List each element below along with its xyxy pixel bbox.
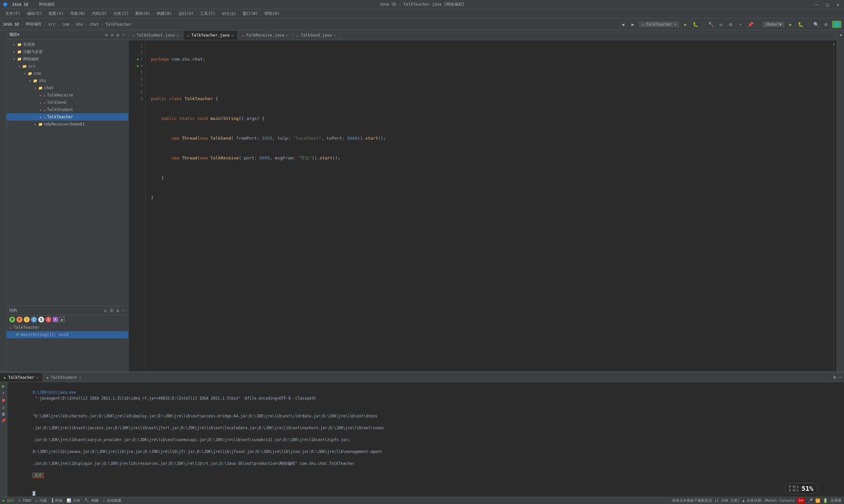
tab-close-talkteacher[interactable]: ✕ — [231, 33, 234, 38]
run-config-selector[interactable]: ☕ TalkTeacher ▾ — [639, 21, 679, 28]
icon-green[interactable]: P — [9, 317, 15, 323]
more-button2[interactable]: ⚡ — [737, 21, 744, 28]
tree-item-udpreceiver[interactable]: ▸ 📁 UdpReceiverDemo01 — [6, 121, 128, 128]
tree-item-shu[interactable]: ▾ 📁 shu — [6, 77, 128, 84]
run-tab-close-teacher[interactable]: ✕ — [36, 376, 38, 380]
analysis-status[interactable]: 📊 分析 — [67, 498, 81, 503]
icon-outline[interactable]: ▦ — [59, 317, 65, 322]
struct-method-item[interactable]: M main(String[]): void — [6, 331, 128, 338]
menu-file[interactable]: 文件(F) — [3, 10, 23, 17]
menu-navigate[interactable]: 导航(N) — [68, 10, 88, 17]
run-panel-settings[interactable]: ⚙ — [833, 375, 836, 380]
tree-item-talkreceive[interactable]: ▸ ☕ TalkReceive — [6, 92, 128, 99]
tree-item-annotation[interactable]: ▸ 📁 注解与反射 — [6, 48, 128, 55]
folder-icon-com: 📁 — [28, 71, 32, 76]
icon-orange[interactable]: F — [16, 317, 22, 323]
problems-status[interactable]: ⚠ 问题 — [35, 498, 47, 503]
menu-vcs[interactable]: VCS(S) — [219, 11, 239, 17]
menu-code[interactable]: 代码(O) — [89, 10, 110, 17]
tab-talkstudent[interactable]: ☕ TalkStudent.java ✕ — [128, 31, 183, 40]
terminal-status[interactable]: ▐ 终端 — [51, 498, 62, 503]
struct-minus-icon[interactable]: ─ — [121, 308, 126, 313]
more-button3[interactable]: 📌 — [747, 21, 754, 28]
update-button[interactable]: ↺ — [717, 21, 724, 28]
menu-tools[interactable]: 工具(T) — [197, 10, 218, 17]
tab-talksend[interactable]: ☕ TalkSend.java ✕ — [293, 31, 340, 40]
jrebel-config[interactable]: JRebel▼ — [762, 21, 784, 28]
console-run-icon[interactable]: ▶ — [2, 383, 5, 389]
icon-blue[interactable]: C — [31, 317, 37, 323]
tree-item-network[interactable]: ▾ 📁 网络编程 — [6, 55, 128, 62]
maximize-button[interactable]: □ — [824, 1, 830, 8]
run-tab-talkstudent[interactable]: ▶ TalkStudent ✕ — [43, 373, 86, 382]
tree-item-changyonglei[interactable]: ▸ 📁 常用类 — [6, 41, 128, 48]
run-status[interactable]: ▶ 运行 — [3, 498, 14, 503]
close-button[interactable]: ✕ — [835, 1, 841, 8]
tab-talkreceive[interactable]: ☕ TalkReceive.java ✕ — [238, 31, 293, 40]
console-pin-icon[interactable]: 📌 — [1, 418, 6, 423]
sidebar-label-project[interactable]: 项目 — [0, 30, 6, 36]
icon-yellow[interactable]: ! — [24, 317, 30, 323]
jrebel-debug[interactable]: 🐛 — [797, 21, 804, 28]
project-settings-icon[interactable]: ⚙ — [116, 32, 120, 38]
tree-item-talkteacher[interactable]: ▸ ☕ TalkTeacher — [6, 113, 128, 121]
run-tab-close-student[interactable]: ✕ — [79, 376, 82, 380]
tree-item-chat[interactable]: ▾ 📁 chat — [6, 84, 128, 92]
console-clear-icon[interactable]: 🗑 — [2, 412, 5, 416]
tree-item-com[interactable]: ▾ 📁 com — [6, 70, 128, 77]
menu-analyze[interactable]: 分析(Z) — [111, 10, 131, 17]
run-button[interactable]: ▶ — [682, 21, 689, 28]
task-status[interactable]: ▲ 任务日期 — [742, 498, 761, 503]
tree-item-src[interactable]: ▾ 📂 src — [6, 62, 128, 70]
menu-window[interactable]: 窗口(W) — [240, 10, 260, 17]
settings-button[interactable]: ⚙ — [822, 21, 829, 28]
jrebel-run[interactable]: ▶ — [787, 21, 794, 28]
back-button[interactable]: ◀ — [619, 21, 626, 28]
jrebel-console-status[interactable]: JRebel Console — [764, 499, 795, 503]
project-gear-icon[interactable]: ⚙ — [104, 32, 108, 38]
icon-purple[interactable]: A — [53, 317, 58, 322]
mic-icon[interactable]: 🎤 — [808, 499, 813, 503]
editor-scrollbar[interactable]: ✓ — [833, 40, 837, 372]
todo-status[interactable]: ☑ TODO — [18, 499, 31, 503]
menu-build[interactable]: 构建(B) — [154, 10, 175, 17]
project-sort-icon[interactable]: ≡ — [110, 32, 114, 38]
search-button[interactable]: 🔍 — [812, 21, 820, 28]
menu-view[interactable]: 视图(V) — [46, 10, 66, 17]
icon-gray[interactable]: S — [38, 317, 44, 323]
code-line-8: } — [151, 194, 828, 201]
console-rerun-icon[interactable]: ↺ — [2, 404, 5, 410]
right-icon-1[interactable]: ◀ — [838, 32, 844, 38]
clock: 全屏播 — [830, 498, 841, 503]
menu-help[interactable]: 帮助(H) — [262, 10, 282, 17]
minimize-button[interactable]: ─ — [813, 1, 820, 8]
auto-build-status[interactable]: ⚠ 自动构建 — [103, 498, 121, 503]
tab-talkteacher[interactable]: ☕ TalkTeacher.java ✕ — [183, 31, 238, 40]
menu-refactor[interactable]: 重构(R) — [133, 10, 153, 17]
struct-gear-icon[interactable]: ⚙ — [116, 308, 120, 313]
struct-root-item[interactable]: ☕ TalkTeacher — [6, 324, 128, 331]
run-panel-minimize[interactable]: ─ — [839, 375, 841, 380]
forward-button[interactable]: ▶ — [629, 21, 636, 28]
code-content[interactable]: package com.shu.chat; public class TalkT… — [146, 40, 833, 372]
debug-button[interactable]: 🐛 — [692, 21, 699, 28]
tree-item-talkstudent[interactable]: ▸ ☕ TalkStudent — [6, 106, 128, 113]
more-button1[interactable]: ⚙ — [727, 21, 734, 28]
build-status[interactable]: 🔨 构建 — [84, 498, 99, 503]
console-stop-icon[interactable]: ■ — [2, 397, 5, 402]
console-down-icon[interactable]: ⬇ — [2, 391, 5, 395]
tab-close-talkreceive[interactable]: ✕ — [286, 33, 289, 38]
struct-sort-icon[interactable]: ⇅ — [103, 308, 107, 313]
project-minimize-icon[interactable]: ─ — [121, 32, 126, 38]
tab-close-talkstudent[interactable]: ✕ — [177, 33, 179, 38]
java-exe-link[interactable]: D:\JDK\bin\java.exe — [33, 390, 76, 395]
struct-filter-icon[interactable]: ☰ — [109, 308, 115, 313]
tab-close-talksend[interactable]: ✕ — [334, 33, 336, 38]
menu-edit[interactable]: 编辑(E) — [24, 10, 45, 17]
build-button[interactable]: 🔨 — [707, 21, 714, 28]
icon-red[interactable]: E — [46, 317, 51, 323]
run-tab-talkteacher[interactable]: ▶ TalkTeacher ✕ — [0, 373, 43, 382]
tree-item-talksend[interactable]: ▸ ☕ TalkSend — [6, 99, 128, 106]
wifi-icon[interactable]: 📶 — [815, 499, 820, 503]
menu-run[interactable]: 运行(U) — [176, 10, 196, 17]
